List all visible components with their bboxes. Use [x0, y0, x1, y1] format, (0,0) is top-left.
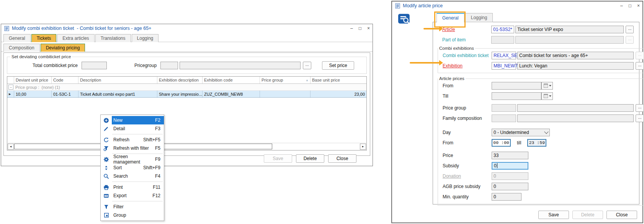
article-browse-button[interactable]: ...: [626, 26, 634, 33]
minimize-icon[interactable]: –: [350, 26, 353, 31]
column-header-price-group[interactable]: Price group▲: [260, 77, 311, 83]
pricegroup-browse-button[interactable]: ...: [303, 62, 311, 69]
cell-exhibition-code[interactable]: ZUZ_COMBI_NEW8: [203, 91, 260, 97]
calendar-icon: [543, 93, 548, 98]
tab-tickets[interactable]: Tickets: [31, 34, 57, 42]
time-from-field[interactable]: 00 :00: [492, 139, 511, 147]
pricegroup-name-field[interactable]: [180, 62, 301, 69]
menu-item-detail[interactable]: DetailF3: [101, 124, 164, 133]
price-group-name-field[interactable]: [517, 104, 634, 112]
min-quantity-label: Min. quantity: [443, 194, 492, 199]
till-date-field[interactable]: [492, 92, 541, 100]
exhibition-label[interactable]: Exhibition: [443, 63, 492, 69]
article-label[interactable]: Article: [442, 27, 491, 32]
search-icon: [101, 173, 112, 179]
group-row-price-group-none[interactable]: − Price group : (none) (1): [7, 84, 366, 91]
combi-exhibition-ticket-row: Combi exhibition ticket RELAX_SE Combi t…: [443, 51, 644, 59]
pricegroup-code-field[interactable]: [160, 62, 178, 69]
till-calendar-dropdown[interactable]: [541, 92, 553, 100]
menu-item-refresh[interactable]: RefreshShift+F5: [101, 136, 164, 144]
save-button[interactable]: Save: [538, 211, 569, 219]
column-header-description[interactable]: Description: [78, 77, 157, 83]
horizontal-scrollbar[interactable]: ◄ ►: [8, 143, 366, 150]
exhibition-code-field[interactable]: MBI_NEW7: [492, 62, 516, 70]
close-button[interactable]: Close: [606, 211, 637, 219]
right-window-controls: – □ ×: [620, 3, 640, 8]
part-of-item-row: Part of item ...: [442, 36, 634, 44]
cell-deviant-unit-price[interactable]: 10,00: [14, 91, 52, 97]
subsidy-field[interactable]: 0: [492, 162, 528, 170]
price-field[interactable]: 33: [492, 152, 528, 159]
part-of-item-code-field[interactable]: [491, 36, 514, 44]
close-icon[interactable]: ×: [367, 26, 370, 31]
combi-ticket-name-field[interactable]: Combi ticket for seniors - age 65+: [517, 52, 634, 59]
document-icon: [4, 26, 10, 31]
family-composition-code-field[interactable]: [492, 114, 516, 122]
context-menu: NewF2 DetailF3 RefreshShift+F5 Refresh w…: [100, 114, 164, 221]
tab-general[interactable]: General: [3, 34, 31, 42]
price-group-code-field[interactable]: [492, 104, 516, 112]
close-button[interactable]: Close: [328, 154, 356, 163]
close-icon[interactable]: ×: [637, 3, 640, 8]
menu-item-filter[interactable]: Filter: [101, 203, 164, 211]
menu-item-print[interactable]: PrintF11: [101, 183, 164, 191]
menu-item-sort[interactable]: SortShift+F9: [101, 164, 164, 172]
filter-refresh-icon: [101, 146, 112, 151]
menu-item-refresh-with-filter[interactable]: Refresh with filterF5: [101, 144, 164, 152]
day-dropdown[interactable]: 0 - Undetermined: [492, 129, 550, 136]
collapse-icon[interactable]: −: [8, 85, 13, 90]
agb-price-subsidy-label: AGB price subsidy: [443, 184, 492, 189]
tab-composition[interactable]: Composition: [3, 44, 40, 52]
column-header-deviant-unit-price[interactable]: Deviant unit price: [14, 77, 52, 83]
column-header-exhibition-description[interactable]: Exhibition description: [157, 77, 203, 83]
scroll-right-icon[interactable]: ►: [360, 144, 366, 150]
group-row-label: Price group : (none) (1): [15, 85, 60, 90]
family-composition-browse-button[interactable]: ...: [636, 114, 644, 122]
maximize-icon[interactable]: □: [629, 3, 631, 8]
menu-item-search[interactable]: SearchF4: [101, 172, 164, 180]
tab-logging[interactable]: Logging: [465, 13, 493, 22]
delete-button[interactable]: Delete: [296, 154, 324, 163]
exhibition-browse-button[interactable]: ...: [636, 62, 644, 70]
cell-description[interactable]: Ticket Adult combi expo part1: [78, 91, 157, 97]
min-quantity-field[interactable]: 0: [492, 193, 521, 201]
total-combiticket-price-field[interactable]: [82, 62, 107, 69]
set-price-button[interactable]: Set price: [322, 61, 354, 70]
article-name-field[interactable]: Ticket senior VIP expo: [515, 26, 624, 33]
tab-logging[interactable]: Logging: [132, 34, 159, 42]
column-header-code[interactable]: Code: [52, 77, 78, 83]
combi-ticket-code-field[interactable]: RELAX_SE: [492, 52, 516, 59]
agb-price-subsidy-field[interactable]: 0: [492, 183, 528, 190]
time-till-field[interactable]: 23 :59: [527, 139, 546, 147]
cell-exhibition-description[interactable]: Share your impressio...: [157, 91, 203, 97]
tab-translations[interactable]: Translations: [95, 34, 131, 42]
tab-extra-articles[interactable]: Extra articles: [57, 34, 94, 42]
article-code-field[interactable]: 01-53S2*: [491, 26, 514, 33]
price-group-browse-button[interactable]: ...: [636, 104, 644, 112]
scroll-left-icon[interactable]: ◄: [8, 144, 14, 150]
part-of-item-name-field[interactable]: [515, 36, 624, 44]
menu-item-group[interactable]: Group: [101, 211, 164, 219]
delete-button[interactable]: Delete: [572, 211, 603, 219]
save-button[interactable]: Save: [264, 154, 292, 163]
exhibition-name-field[interactable]: Lunch: Vegan: [517, 62, 634, 70]
from-date-field[interactable]: [492, 82, 541, 90]
cell-code[interactable]: 01-53C-1: [52, 91, 78, 97]
combi-exhibition-ticket-window: Modify combi exhibition ticket - Combi t…: [1, 24, 373, 166]
tab-deviating-pricing[interactable]: Deviating pricing: [41, 44, 85, 52]
column-header-base-unit-price[interactable]: Base unit price: [311, 77, 366, 83]
tab-general[interactable]: General: [436, 13, 464, 23]
menu-item-screen-management[interactable]: Screen managementF9: [101, 155, 164, 164]
cell-price-group[interactable]: [260, 91, 311, 97]
article-prices-groupbox: Article prices From Till Price group: [438, 76, 644, 206]
cell-base-unit-price[interactable]: 23,00: [311, 91, 366, 97]
maximize-icon[interactable]: □: [359, 26, 361, 31]
table-row-selected[interactable]: ▶ 10,00 01-53C-1 Ticket Adult combi expo…: [7, 91, 366, 98]
text-cursor: [497, 163, 497, 168]
family-composition-name-field[interactable]: [517, 114, 634, 122]
menu-item-new[interactable]: NewF2: [101, 116, 164, 124]
column-header-exhibition-code[interactable]: Exhibition code: [203, 77, 260, 83]
from-calendar-dropdown[interactable]: [541, 82, 553, 90]
minimize-icon[interactable]: –: [620, 3, 623, 8]
menu-item-export[interactable]: CSV ExportF12: [101, 191, 164, 200]
